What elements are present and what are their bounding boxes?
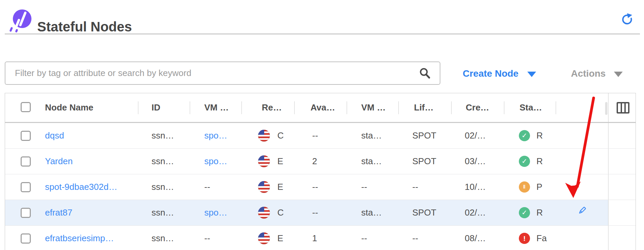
spot-logo-tail	[9, 27, 13, 32]
row-checkbox[interactable]	[21, 208, 31, 218]
vm-status-cell: --	[361, 226, 398, 250]
vm-status-cell: sta…	[361, 123, 398, 148]
stateful-nodes-page: Stateful Nodes Create Node Actions Node …	[0, 0, 644, 250]
status-paused-icon: ‖	[519, 181, 530, 193]
status-text: P	[536, 174, 542, 200]
status-cell: ‖ P	[519, 174, 555, 200]
created-cell: 02/…	[465, 123, 503, 148]
status-text: Fa	[536, 226, 547, 250]
vm-status-cell: sta…	[361, 200, 398, 225]
vm-name-cell: --	[204, 226, 241, 250]
table-row[interactable]: efratbseriesimp… ssn… -- E 1 -- -- 08/… …	[5, 226, 636, 250]
region-cell: E	[258, 174, 294, 200]
region-cell: E	[258, 226, 294, 250]
vm-status-cell: sta…	[361, 149, 398, 174]
region-cell: C	[258, 200, 294, 225]
search-icon[interactable]	[419, 67, 432, 80]
node-name-link[interactable]: dqsd	[45, 123, 137, 148]
vm-name-cell: --	[204, 174, 241, 200]
node-id: ssn…	[152, 200, 189, 225]
us-flag-icon	[258, 155, 270, 167]
us-flag-icon	[258, 207, 270, 219]
created-cell: 10/…	[465, 174, 503, 200]
availability-cell: 1	[312, 226, 346, 250]
col-header-availability[interactable]: Ava…	[310, 93, 344, 122]
created-cell: 02/…	[465, 200, 503, 225]
vm-status-cell: --	[361, 174, 398, 200]
col-header-created[interactable]: Cre…	[466, 93, 504, 122]
region-text: C	[277, 200, 284, 225]
edit-pencil-icon[interactable]	[577, 200, 587, 225]
node-id: ssn…	[152, 149, 189, 174]
status-failed-icon: !	[519, 233, 530, 244]
col-header-node-name[interactable]: Node Name	[45, 93, 137, 122]
col-header-vm-status[interactable]: VM …	[361, 93, 398, 122]
region-text: E	[277, 174, 283, 200]
col-header-lifecycle[interactable]: Lif…	[414, 93, 434, 122]
availability-cell: --	[312, 123, 346, 148]
region-cell: E	[258, 149, 294, 174]
us-flag-icon	[258, 130, 270, 142]
status-cell: ! Fa	[519, 226, 555, 250]
us-flag-icon	[258, 232, 270, 244]
node-name-link[interactable]: efratbseriesimp…	[45, 226, 137, 250]
col-header-region[interactable]: Re…	[262, 93, 282, 122]
status-cell: ✓ R	[519, 200, 555, 225]
create-node-label: Create Node	[463, 68, 519, 79]
row-checkbox[interactable]	[21, 233, 31, 244]
col-header-vm-name[interactable]: VM …	[204, 93, 241, 122]
refresh-icon[interactable]	[620, 12, 634, 26]
status-text: R	[536, 149, 543, 174]
page-title: Stateful Nodes	[37, 19, 132, 34]
lifecycle-cell: --	[412, 174, 450, 200]
row-checkbox[interactable]	[21, 156, 31, 167]
status-running-icon: ✓	[519, 130, 530, 141]
status-text: R	[536, 200, 543, 225]
table-row[interactable]: dqsd ssn… spo… C -- sta… SPOT 02/… ✓ R	[5, 123, 636, 149]
filter-input[interactable]	[5, 62, 440, 84]
lifecycle-cell: SPOT	[412, 123, 450, 148]
status-cell: ✓ R	[519, 123, 555, 148]
row-checkbox[interactable]	[21, 182, 31, 192]
table-row[interactable]: spot-9dbae302d… ssn… -- E -- -- -- 10/… …	[5, 174, 636, 200]
header-divider	[5, 33, 640, 34]
table-row-selected[interactable]: efrat87 ssn… spo… C -- sta… SPOT 02/… ✓ …	[5, 200, 636, 226]
vm-name-link[interactable]: spo…	[204, 200, 241, 225]
table-header-row: Node Name ID VM … Re… Ava… VM … Lif… Cre…	[5, 93, 636, 123]
lifecycle-cell: SPOT	[412, 149, 450, 174]
table-row[interactable]: Yarden ssn… spo… E 2 sta… SPOT 03/… ✓ R	[5, 149, 636, 174]
status-cell: ✓ R	[519, 149, 555, 174]
node-name-link[interactable]: Yarden	[45, 149, 137, 174]
actions-button[interactable]: Actions	[571, 67, 623, 80]
col-header-id[interactable]: ID	[152, 93, 189, 122]
status-running-icon: ✓	[519, 207, 530, 218]
spot-logo-icon	[13, 9, 31, 28]
table-columns-icon[interactable]	[617, 102, 629, 114]
region-cell: C	[258, 123, 294, 148]
columns-picker-cell	[608, 93, 636, 122]
lifecycle-cell: --	[412, 226, 450, 250]
availability-cell: --	[312, 174, 346, 200]
status-text: R	[536, 123, 543, 148]
col-header-status[interactable]: Sta…	[520, 93, 542, 122]
select-all-checkbox[interactable]	[21, 102, 31, 112]
node-id: ssn…	[152, 174, 189, 200]
region-text: E	[277, 149, 283, 174]
filter-box	[5, 61, 440, 85]
node-id: ssn…	[152, 123, 189, 148]
region-text: E	[277, 226, 283, 250]
lifecycle-cell: SPOT	[412, 200, 450, 225]
status-running-icon: ✓	[519, 156, 530, 167]
region-text: C	[277, 123, 284, 148]
node-name-link[interactable]: spot-9dbae302d…	[45, 174, 137, 200]
vm-name-link[interactable]: spo…	[204, 149, 241, 174]
create-node-button[interactable]: Create Node	[463, 67, 536, 80]
node-id: ssn…	[152, 226, 189, 250]
node-name-link[interactable]: efrat87	[45, 200, 137, 225]
scroll-thumb	[605, 102, 607, 115]
row-checkbox[interactable]	[21, 131, 31, 141]
availability-cell: --	[312, 200, 346, 225]
row-actions-cell	[556, 200, 608, 225]
vm-name-link[interactable]: spo…	[204, 123, 241, 148]
us-flag-icon	[258, 181, 270, 193]
